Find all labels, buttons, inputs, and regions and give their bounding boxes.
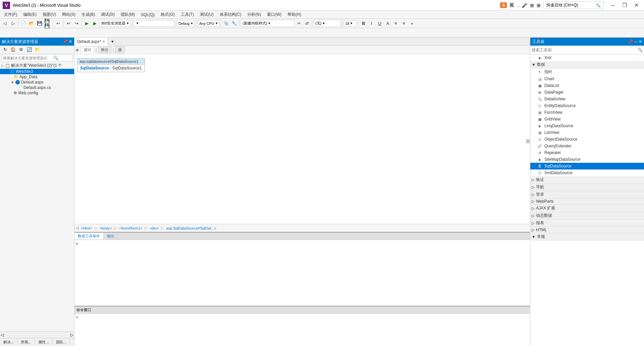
menu-item-SQLQ[interactable]: SQL(Q): [138, 12, 157, 18]
refresh-button[interactable]: 🔄: [25, 46, 33, 53]
toolbox-item-repeater[interactable]: ↺ Repeater: [530, 149, 644, 156]
toolbox-close-icon[interactable]: ✕: [639, 39, 642, 44]
tab-data-tools[interactable]: 数据工具操作: [74, 233, 104, 239]
tab-properties[interactable]: 属性...: [35, 339, 52, 345]
cpu-dropdown[interactable]: Any CPU ▾: [198, 20, 219, 27]
sqldatasource-element[interactable]: asp:sqldatasource#SqlDataSource1 SqlData…: [77, 58, 145, 72]
view-tab-source[interactable]: 源: [115, 46, 125, 53]
more-button[interactable]: »: [408, 20, 416, 27]
tree-item-defaultaspx[interactable]: ▼ 🔵 Default.aspx: [0, 80, 74, 85]
menu-item-H[interactable]: 帮助(H): [285, 11, 304, 18]
menu-item-V[interactable]: 视图(V): [40, 11, 59, 18]
search-input[interactable]: [3, 56, 53, 60]
close-icon[interactable]: ✕: [69, 39, 72, 44]
font-size-dropdown[interactable]: 18 ▾: [343, 20, 357, 27]
tree-item-defaultaspxcs[interactable]: 📄 Default.aspx.cs: [0, 85, 74, 90]
nav-sqldatasource[interactable]: asp:SqlDataSource#SqlDat...>: [164, 226, 218, 231]
scroll-right-icon[interactable]: ▷: [70, 333, 73, 337]
sogou-icon[interactable]: S: [500, 2, 507, 8]
tree-item-appdata[interactable]: 📁 App_Data: [0, 74, 74, 80]
sogou-grid2-icon[interactable]: ⊞: [537, 3, 541, 8]
toolbox-item-linqdatasource[interactable]: ◈ LinqDataSource: [530, 122, 644, 129]
save-all-button[interactable]: 💾💾: [44, 20, 51, 27]
section-navigation[interactable]: ▷ 导航: [530, 184, 644, 191]
debug-dropdown[interactable]: Debug ▾: [177, 20, 194, 27]
nav-html[interactable]: <html>: [79, 226, 94, 231]
menu-item-U[interactable]: 测试(U): [197, 11, 216, 18]
nav-body[interactable]: <body>: [98, 226, 114, 231]
tab-team[interactable]: 团队...: [53, 339, 70, 345]
new-file-button[interactable]: 📄: [20, 20, 27, 27]
tree-item-webconfig[interactable]: ⚙ Web.config: [0, 90, 74, 96]
inline-style-dropdown[interactable]: (新建内联样式) ▾: [241, 20, 294, 27]
maximize-button[interactable]: ❐: [620, 1, 630, 9]
menu-item-D[interactable]: 调试(D): [98, 11, 117, 18]
toolbox-item-entitydatasource[interactable]: ⬡ EntityDataSource: [530, 102, 644, 109]
folder-button[interactable]: 📁: [34, 46, 41, 53]
section-general[interactable]: ▼ 常规: [530, 233, 644, 241]
doc-tab-close[interactable]: ✕: [102, 40, 105, 43]
toolbox-item-listview[interactable]: ▤ ListView: [530, 129, 644, 136]
tree-item-solution[interactable]: ▷ 📋 解决方案"WebSite3 (2)"(1 个: [0, 62, 74, 69]
config-input[interactable]: ▾: [133, 20, 174, 27]
show-all-button[interactable]: 🏠: [9, 46, 17, 53]
toolbox-search[interactable]: 🔍: [530, 46, 644, 54]
menu-item-W[interactable]: 窗口(W): [264, 11, 284, 18]
open-button[interactable]: 📂: [28, 20, 35, 27]
sogou-grid1-icon[interactable]: ⊞: [530, 3, 534, 8]
section-data[interactable]: ▼ 数据: [530, 61, 644, 68]
underline-button[interactable]: U: [376, 20, 383, 27]
save-button[interactable]: 💾: [36, 20, 43, 27]
toolbox-minimize-icon[interactable]: ─: [634, 39, 637, 44]
toolbox-item-sqldatasource[interactable]: 🗄 SqlDataSource: [530, 163, 644, 169]
nav-arrow-left[interactable]: ◁: [76, 226, 78, 230]
section-ajax[interactable]: ▷ AJAX 扩展: [530, 205, 644, 212]
toolbox-pin-icon[interactable]: 📌: [628, 39, 633, 44]
search-box[interactable]: 🔍: [1, 54, 73, 62]
toolbox-item-chart[interactable]: 📊 Chart: [530, 76, 644, 82]
menu-item-S[interactable]: 网站(S): [59, 11, 78, 18]
toolbox-item-gridview[interactable]: ▦ GridView: [530, 116, 644, 122]
toolbox-item-detailsview[interactable]: 🔍 DetailsView: [530, 96, 644, 102]
menu-item-E[interactable]: 编辑(E): [20, 11, 39, 18]
toolbox-item-xml[interactable]: ◈ Xml: [530, 54, 644, 61]
italic-button[interactable]: I: [368, 20, 375, 27]
attach-btn[interactable]: 📎: [222, 20, 230, 27]
resize-handle[interactable]: [526, 139, 530, 143]
forward-button[interactable]: ▷: [9, 20, 17, 27]
sogou-lang[interactable]: 英: [509, 2, 514, 8]
browser-dropdown[interactable]: 360安全浏览器 ▾: [99, 20, 130, 27]
undo-button[interactable]: ↩: [54, 20, 62, 27]
menu-item-C[interactable]: 体系结构(C): [217, 11, 244, 18]
align2-button[interactable]: ≡: [392, 20, 399, 27]
back-button[interactable]: ◁: [1, 20, 9, 27]
undo2-button[interactable]: ↩: [65, 20, 72, 27]
toolbox-item-datalist[interactable]: ▦ DataList: [530, 82, 644, 89]
attach2-btn[interactable]: 🔧: [230, 20, 238, 27]
toolbox-item-formview[interactable]: ▤ FormView: [530, 109, 644, 116]
run2-button[interactable]: ▶: [91, 20, 99, 27]
bold-button[interactable]: B: [360, 20, 367, 27]
minimize-button[interactable]: ─: [608, 2, 618, 9]
menu-item-O[interactable]: 格式(O): [158, 11, 177, 18]
doc-list-button[interactable]: ▾: [109, 38, 116, 45]
toolbox-item-datapager[interactable]: ⊞ DataPager: [530, 89, 644, 96]
toolbox-search-input[interactable]: [532, 48, 636, 52]
close-button[interactable]: ✕: [632, 1, 641, 9]
align-button[interactable]: A: [384, 20, 391, 27]
toolbox-item-pointer[interactable]: ↖ 指针: [530, 68, 644, 76]
properties-button[interactable]: ⚙: [17, 46, 25, 53]
view-tab-split[interactable]: 拆分: [98, 46, 111, 53]
sync-button[interactable]: ↻: [1, 46, 9, 53]
pin-icon[interactable]: 📌: [63, 39, 68, 44]
menu-item-N[interactable]: 分析(N): [245, 11, 264, 18]
toolbox-item-queryextender[interactable]: 🔎 QueryExtender: [530, 143, 644, 149]
scroll-left-icon[interactable]: ◁: [1, 333, 4, 337]
view-tab-design[interactable]: 设计: [81, 46, 94, 53]
section-validation[interactable]: ▷ 验证: [530, 176, 644, 184]
section-webparts[interactable]: ▷ WebParts: [530, 198, 644, 205]
tab-solution[interactable]: 解决...: [0, 339, 17, 345]
tab-classview[interactable]: 类视...: [17, 339, 35, 345]
toolbox-item-objectdatasource[interactable]: ⬡ ObjectDataSource: [530, 136, 644, 143]
nav-form[interactable]: <form#form1>: [117, 226, 144, 231]
